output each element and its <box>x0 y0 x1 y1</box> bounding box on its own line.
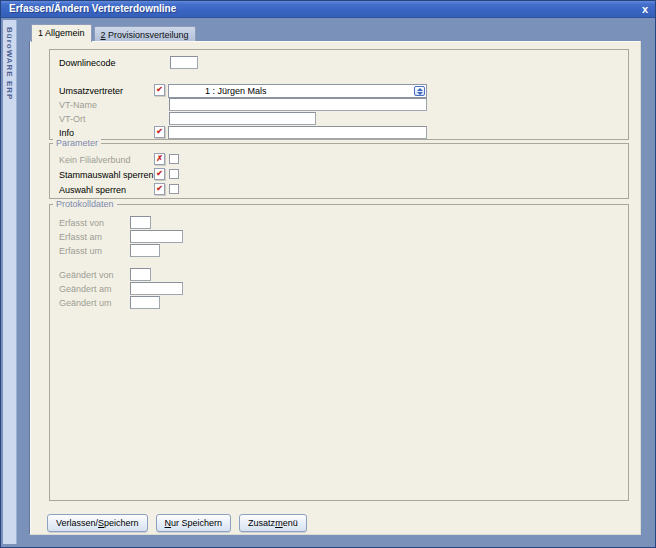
geaendert-am-input <box>130 282 183 295</box>
button-label: ur Speichern <box>171 518 222 528</box>
zusatzmenu-button[interactable]: Zusatzmenü <box>239 514 307 532</box>
group-protokolldaten-title: Protokolldaten <box>53 199 117 209</box>
kein-filialverbund-checkbox[interactable] <box>169 154 179 164</box>
tab-page-allgemein: Downlinecode Umsatzvertreter ✔ 1 : Jürge… <box>29 41 641 535</box>
status-x-icon[interactable]: ✗ <box>154 153 165 165</box>
auswahl-sperren-label: Auswahl sperren <box>59 184 126 196</box>
erfasst-am-label: Erfasst am <box>59 231 102 243</box>
umsatzvertreter-label: Umsatzvertreter <box>59 85 123 97</box>
button-label: enü <box>283 518 298 528</box>
vt-name-label: VT-Name <box>59 99 97 111</box>
status-check-icon[interactable]: ✔ <box>154 168 165 180</box>
status-check-icon[interactable]: ✔ <box>154 183 165 195</box>
erfasst-um-label: Erfasst um <box>59 245 102 257</box>
verlassen-speichern-button[interactable]: Verlassen/Speichern <box>47 514 148 532</box>
stammauswahl-sperren-checkbox[interactable] <box>169 169 179 179</box>
erfasst-am-input <box>130 230 183 243</box>
geaendert-von-label: Geändert von <box>59 269 114 281</box>
vt-name-input <box>169 98 427 111</box>
window-title: Erfassen/Ändern Vertreterdownline <box>9 3 176 14</box>
umsatzvertreter-combobox[interactable]: 1 : Jürgen Mals <box>168 84 427 98</box>
tab-strip: 1 Allgemein 2 Provisionsverteilung <box>31 24 196 42</box>
erfasst-von-label: Erfasst von <box>59 217 104 229</box>
auswahl-sperren-checkbox[interactable] <box>169 184 179 194</box>
edit-check-icon[interactable]: ✔ <box>154 126 165 138</box>
vt-ort-label: VT-Ort <box>59 113 86 125</box>
button-label: Verlassen/ <box>56 518 98 528</box>
kein-filialverbund-label: Kein Filialverbund <box>59 154 131 166</box>
tab-provision-label: Provisionsverteilung <box>106 30 189 40</box>
button-row: Verlassen/Speichern Nur Speichern Zusatz… <box>47 514 307 532</box>
geaendert-um-input <box>130 296 160 309</box>
arrow-down-icon <box>417 92 423 95</box>
title-bar: Erfassen/Ändern Vertreterdownline x <box>1 1 655 18</box>
app-side-tab-label: BüroWARE ERP <box>5 27 14 100</box>
geaendert-um-label: Geändert um <box>59 297 112 309</box>
erfasst-um-input <box>130 244 160 257</box>
stammauswahl-sperren-label: Stammauswahl sperren <box>59 169 154 181</box>
vt-ort-input <box>169 112 316 125</box>
spinner-icon[interactable] <box>414 86 425 96</box>
geaendert-am-label: Geändert am <box>59 283 112 295</box>
edit-check-icon[interactable]: ✔ <box>154 84 165 96</box>
dialog-window: Erfassen/Ändern Vertreterdownline x Büro… <box>0 0 656 548</box>
button-label: peichern <box>104 518 139 528</box>
downlinecode-label: Downlinecode <box>59 57 116 69</box>
group-parameter-title: Parameter <box>53 138 101 148</box>
downlinecode-input[interactable] <box>170 56 198 69</box>
tab-provisionsverteilung[interactable]: 2 Provisionsverteilung <box>94 26 196 42</box>
tab-allgemein-label: 1 Allgemein <box>38 28 85 38</box>
tab-allgemein[interactable]: 1 Allgemein <box>31 24 92 42</box>
app-side-tab: BüroWARE ERP <box>3 20 17 544</box>
arrow-up-icon <box>417 88 423 91</box>
button-mnemonic: m <box>275 518 283 528</box>
info-input[interactable] <box>168 126 427 139</box>
button-label: Zusatz <box>248 518 275 528</box>
close-icon[interactable]: x <box>642 2 648 17</box>
erfasst-von-input <box>130 216 151 229</box>
geaendert-von-input <box>130 268 151 281</box>
umsatzvertreter-value: 1 : Jürgen Mals <box>205 86 267 96</box>
nur-speichern-button[interactable]: Nur Speichern <box>156 514 232 532</box>
